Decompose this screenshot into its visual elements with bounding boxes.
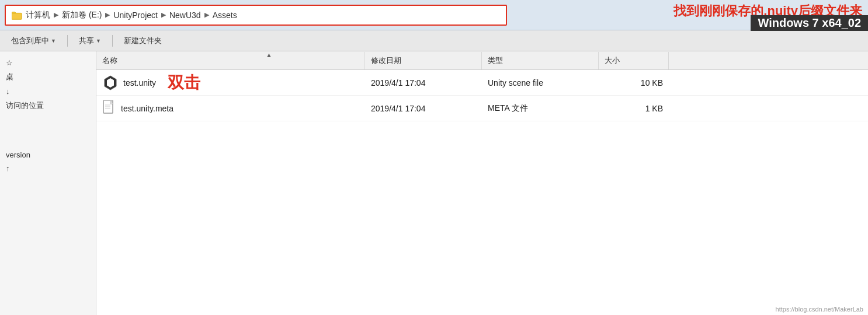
share-button[interactable]: 共享 ▼ <box>72 33 107 48</box>
new-folder-label: 新建文件夹 <box>124 36 162 46</box>
sidebar-item-favorites[interactable]: ☆ <box>0 56 96 69</box>
include-lib-arrow: ▼ <box>51 38 56 44</box>
main-area: ☆ 桌 ↓ 访问的位置 version ↑ ▲ 名称 修改日期 类型 大小 <box>0 51 868 315</box>
path-arrow-0: ▶ <box>54 11 58 19</box>
toolbar: 包含到库中 ▼ 共享 ▼ 新建文件夹 <box>0 30 868 51</box>
unity-file-icon <box>102 75 119 91</box>
path-arrow-2: ▶ <box>161 11 166 19</box>
breadcrumb: 计算机 ▶ 新加卷 (E:) ▶ UnityProject ▶ NewU3d ▶… <box>26 10 237 20</box>
file-name-cell-1: test.unity.meta <box>96 100 365 117</box>
meta-file-icon <box>102 100 116 117</box>
col-header-size[interactable]: 大小 <box>599 52 669 69</box>
windows-badge: Windows 7 x64_02 <box>751 15 868 31</box>
new-folder-button[interactable]: 新建文件夹 <box>117 33 168 48</box>
sidebar-item-recent[interactable]: 访问的位置 <box>0 98 96 113</box>
include-lib-button[interactable]: 包含到库中 ▼ <box>5 33 63 48</box>
toolbar-separator-2 <box>112 35 113 47</box>
sidebar-item-desktop[interactable]: 桌 <box>0 69 96 85</box>
col-type-label: 类型 <box>488 56 503 65</box>
include-lib-label: 包含到库中 <box>11 36 49 46</box>
file-type-1: META 文件 <box>482 103 599 114</box>
table-row[interactable]: test.unity.meta 2019/4/1 17:04 META 文件 1… <box>96 96 868 121</box>
sidebar-item-version[interactable]: version <box>0 148 96 162</box>
path-segment-4[interactable]: Assets <box>213 10 237 20</box>
address-bar-box[interactable]: 计算机 ▶ 新加卷 (E:) ▶ UnityProject ▶ NewU3d ▶… <box>5 5 507 26</box>
sidebar: ☆ 桌 ↓ 访问的位置 version ↑ <box>0 51 96 315</box>
share-arrow: ▼ <box>96 38 101 44</box>
sidebar-item-up[interactable]: ↑ <box>0 162 96 175</box>
file-name-cell-0: test.unity 双击 <box>96 72 365 94</box>
path-segment-0[interactable]: 计算机 <box>26 10 50 20</box>
col-date-label: 修改日期 <box>371 56 401 65</box>
path-segment-2[interactable]: UnityProject <box>113 10 157 20</box>
svg-rect-0 <box>12 13 22 19</box>
path-segment-1[interactable]: 新加卷 (E:) <box>62 10 102 20</box>
col-header-type[interactable]: 类型 <box>482 52 599 69</box>
file-size-1: 1 KB <box>599 104 669 113</box>
col-name-label: 名称 <box>102 56 117 65</box>
table-row[interactable]: test.unity 双击 2019/4/1 17:04 Unity scene… <box>96 70 868 96</box>
address-bar-container: 计算机 ▶ 新加卷 (E:) ▶ UnityProject ▶ NewU3d ▶… <box>0 0 868 30</box>
empty-area <box>96 121 868 238</box>
double-click-annotation: 双击 <box>168 72 200 94</box>
file-name-1: test.unity.meta <box>121 104 173 113</box>
path-arrow-1: ▶ <box>105 11 110 19</box>
file-list-header: ▲ 名称 修改日期 类型 大小 <box>96 51 868 70</box>
file-date-1: 2019/4/1 17:04 <box>365 104 482 113</box>
file-size-0: 10 KB <box>599 78 669 88</box>
path-segment-3[interactable]: NewU3d <box>169 10 201 20</box>
watermark: https://blog.csdn.net/MakerLab <box>776 306 863 313</box>
col-size-label: 大小 <box>605 56 620 65</box>
toolbar-separator-1 <box>67 35 68 47</box>
file-date-0: 2019/4/1 17:04 <box>365 78 482 88</box>
file-type-0: Unity scene file <box>482 78 599 88</box>
folder-icon <box>12 10 22 20</box>
path-arrow-3: ▶ <box>204 11 209 19</box>
col-header-date[interactable]: 修改日期 <box>365 52 482 69</box>
file-list-area: ▲ 名称 修改日期 类型 大小 test.unity <box>96 51 868 315</box>
col-header-name[interactable]: 名称 <box>96 52 365 69</box>
file-name-0: test.unity <box>123 78 156 88</box>
sidebar-item-downloads[interactable]: ↓ <box>0 85 96 98</box>
share-label: 共享 <box>79 36 94 46</box>
